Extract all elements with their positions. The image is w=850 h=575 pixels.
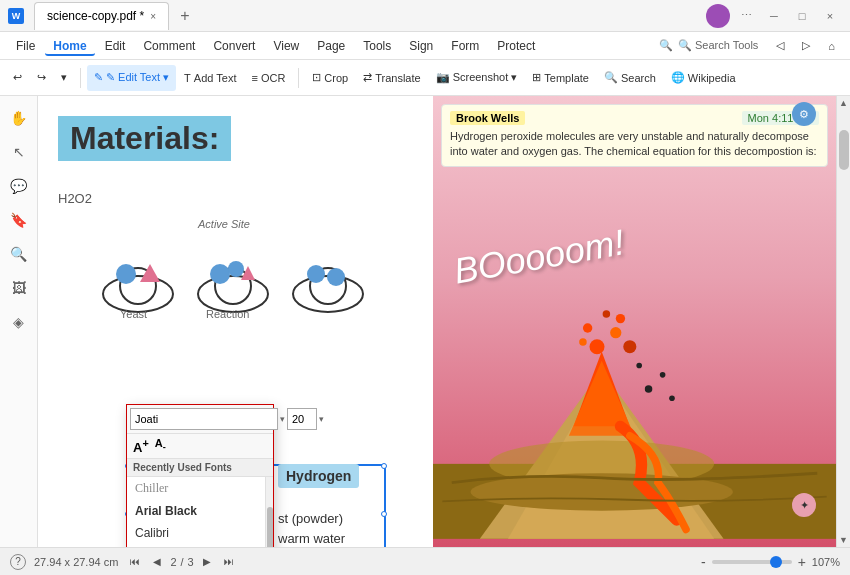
zoom-slider[interactable] <box>712 560 792 564</box>
main-area: ✋ ↖ 💬 🔖 🔍 🖼 ◈ Materials: H2O2 Active Sit… <box>0 96 850 547</box>
screenshot-label: Screenshot ▾ <box>453 71 518 84</box>
menu-comment[interactable]: Comment <box>135 36 203 56</box>
scroll-thumb[interactable] <box>839 130 849 170</box>
menu-page[interactable]: Page <box>309 36 353 56</box>
sidebar-icon-bookmark[interactable]: 🔖 <box>5 206 33 234</box>
font-item-arial-black[interactable]: Arial Black <box>127 500 273 522</box>
svg-point-3 <box>116 264 136 284</box>
font-size-up-button[interactable]: A+ <box>133 437 149 455</box>
menu-home[interactable]: Home <box>45 36 94 56</box>
more-options-button[interactable]: ⋯ <box>734 4 758 28</box>
font-list: Chiller Arial Black Calibri Times Niagar… <box>127 477 273 547</box>
redo-button[interactable]: ↪ <box>30 65 53 91</box>
screenshot-icon: 📷 <box>436 71 450 84</box>
crop-button[interactable]: ⊡ Crop <box>305 65 355 91</box>
search-icon: 🔍 <box>604 71 618 84</box>
sidebar-icon-hand[interactable]: ✋ <box>5 104 33 132</box>
menu-sign[interactable]: Sign <box>401 36 441 56</box>
scroll-track[interactable] <box>837 110 851 533</box>
toolbar-edit-group: ✎ ✎ Edit Text ▾ T Add Text ≡ OCR <box>87 65 292 91</box>
zoom-out-button[interactable]: - <box>701 554 706 570</box>
screenshot-button[interactable]: 📷 Screenshot ▾ <box>429 65 525 91</box>
translate-button[interactable]: ⇄ Translate <box>356 65 427 91</box>
font-size-input[interactable] <box>287 408 317 430</box>
font-item-chiller[interactable]: Chiller <box>127 477 273 500</box>
menu-form[interactable]: Form <box>443 36 487 56</box>
doc-panel[interactable]: Materials: H2O2 Active Site <box>38 96 433 547</box>
last-page-button[interactable]: ⏭ <box>220 553 238 571</box>
font-size-dropdown-arrow[interactable]: ▾ <box>319 414 324 424</box>
new-tab-button[interactable]: + <box>173 4 197 28</box>
font-size-down-button[interactable]: A- <box>155 437 166 455</box>
font-item-calibri[interactable]: Calibri <box>127 522 273 544</box>
minimize-button[interactable]: ─ <box>762 4 786 28</box>
powder-text: st (powder) <box>278 511 343 526</box>
sidebar-icon-comment[interactable]: 💬 <box>5 172 33 200</box>
avatar[interactable] <box>706 4 730 28</box>
svg-point-25 <box>583 323 592 332</box>
template-button[interactable]: ⊞ Template <box>525 65 596 91</box>
main-scrollbar: ▲ ▼ <box>836 96 850 547</box>
edit-text-icon: ✎ <box>94 71 103 84</box>
active-tab[interactable]: science-copy.pdf * × <box>34 2 169 30</box>
maximize-button[interactable]: □ <box>790 4 814 28</box>
home-button[interactable]: ⌂ <box>821 33 842 59</box>
sidebar-icon-image[interactable]: 🖼 <box>5 274 33 302</box>
next-page-button[interactable]: ▶ <box>198 553 216 571</box>
svg-point-7 <box>210 264 230 284</box>
undo-icon: ↩ <box>13 71 22 84</box>
sidebar-icon-cursor[interactable]: ↖ <box>5 138 33 166</box>
crop-icon: ⊡ <box>312 71 321 84</box>
font-dropdown-arrow[interactable]: ▾ <box>280 414 285 424</box>
hydrogen-text[interactable]: Hydrogen <box>278 464 359 488</box>
expand-button[interactable]: ▾ <box>54 65 74 91</box>
menu-protect[interactable]: Protect <box>489 36 543 56</box>
first-page-button[interactable]: ⏮ <box>126 553 144 571</box>
svg-point-33 <box>669 395 675 401</box>
search-button[interactable]: 🔍 Search <box>597 65 663 91</box>
close-button[interactable]: × <box>818 4 842 28</box>
menu-edit[interactable]: Edit <box>97 36 134 56</box>
svg-text:Yeast: Yeast <box>120 308 147 320</box>
font-name-input[interactable] <box>130 408 278 430</box>
font-item-times[interactable]: Times <box>127 544 273 547</box>
page-navigation: ⏮ ◀ 2 / 3 ▶ ⏭ <box>126 553 237 571</box>
nav-forward-button[interactable]: ▷ <box>795 33 817 59</box>
scroll-up-button[interactable]: ▲ <box>837 96 851 110</box>
bottom-right-icon[interactable]: ✦ <box>792 493 816 517</box>
edit-text-label: ✎ Edit Text ▾ <box>106 71 169 84</box>
font-dropdown[interactable]: ▾ ▾ A+ A- Recently Used Fonts Chiller Ar… <box>126 404 274 547</box>
chem-area: H2O2 Active Site <box>58 191 413 327</box>
bottom-left: ? 27.94 x 27.94 cm <box>10 554 118 570</box>
volcano-container <box>433 287 836 547</box>
menu-tools[interactable]: Tools <box>355 36 399 56</box>
top-right-icon[interactable]: ⚙ <box>792 102 816 126</box>
menu-convert[interactable]: Convert <box>205 36 263 56</box>
svg-point-32 <box>636 363 642 369</box>
nav-back-button[interactable]: ◁ <box>769 33 791 59</box>
doc-title: Materials: <box>58 116 231 161</box>
search-tools-button[interactable]: 🔍 🔍 Search Tools <box>652 33 765 59</box>
menu-file[interactable]: File <box>8 36 43 56</box>
ocr-button[interactable]: ≡ OCR <box>244 65 292 91</box>
menu-view[interactable]: View <box>265 36 307 56</box>
undo-button[interactable]: ↩ <box>6 65 29 91</box>
add-text-icon: T <box>184 72 191 84</box>
edit-text-button[interactable]: ✎ ✎ Edit Text ▾ <box>87 65 176 91</box>
add-text-button[interactable]: T Add Text <box>177 65 243 91</box>
svg-point-5 <box>198 276 268 312</box>
chat-name: Brook Wells <box>450 111 525 125</box>
prev-page-button[interactable]: ◀ <box>148 553 166 571</box>
help-icon[interactable]: ? <box>10 554 26 570</box>
wikipedia-button[interactable]: 🌐 Wikipedia <box>664 65 743 91</box>
zoom-in-button[interactable]: + <box>798 554 806 570</box>
tab-close-button[interactable]: × <box>150 11 156 22</box>
search-tools-label: 🔍 Search Tools <box>678 39 758 52</box>
scroll-down-button[interactable]: ▼ <box>837 533 851 547</box>
sidebar-icon-search[interactable]: 🔍 <box>5 240 33 268</box>
page-separator: / <box>181 556 184 568</box>
menu-bar: File Home Edit Comment Convert View Page… <box>0 32 850 60</box>
sidebar-icon-layers[interactable]: ◈ <box>5 308 33 336</box>
wikipedia-label: Wikipedia <box>688 72 736 84</box>
svg-text:Active Site: Active Site <box>197 218 250 230</box>
